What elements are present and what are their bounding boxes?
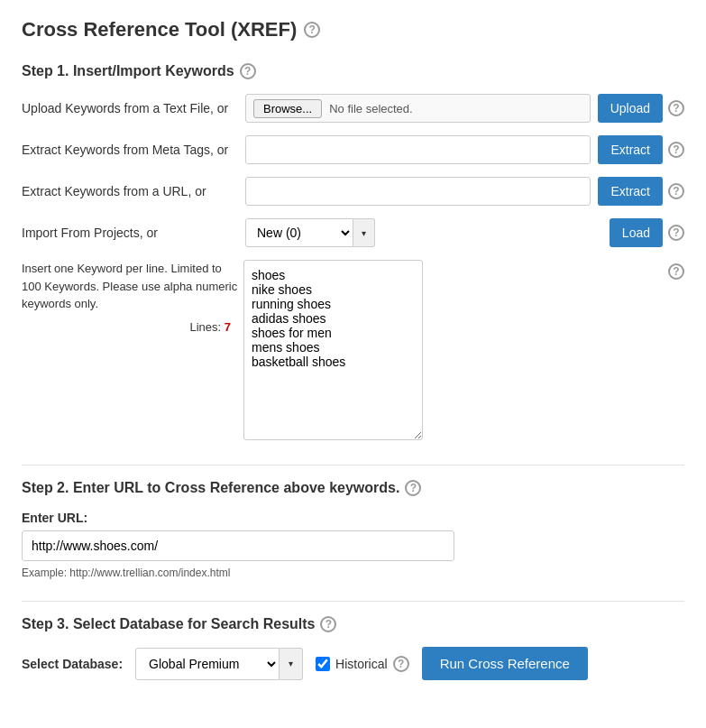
db-select[interactable]: Global Premium [135, 648, 280, 680]
url-extract-help-icon[interactable]: ? [668, 183, 684, 199]
upload-controls: Upload ? [598, 94, 684, 123]
keywords-help-icon[interactable]: ? [668, 263, 684, 280]
step2-title: Step 2. Enter URL to Cross Reference abo… [22, 480, 684, 496]
db-dropdown-arrow[interactable]: ▾ [280, 648, 303, 680]
lines-line: Lines: 7 [22, 320, 238, 334]
lines-label: Lines: [189, 320, 221, 334]
upload-row: Upload Keywords from a Text File, or Bro… [22, 94, 684, 123]
url-example: Example: http://www.trellian.com/index.h… [22, 567, 684, 579]
url-extract-input[interactable] [245, 177, 591, 206]
step2-help-icon[interactable]: ? [405, 480, 421, 496]
url-extract-label: Extract Keywords from a URL, or [22, 184, 238, 198]
url-input[interactable] [22, 530, 454, 561]
load-button[interactable]: Load [610, 218, 663, 247]
project-select[interactable]: New (0) [245, 218, 353, 247]
url-extract-button[interactable]: Extract [598, 177, 663, 206]
meta-input-wrapper [245, 135, 591, 164]
url-label: Enter URL: [22, 511, 684, 525]
upload-label: Upload Keywords from a Text File, or [22, 101, 238, 115]
step3-title: Step 3. Select Database for Search Resul… [22, 616, 684, 632]
browse-button[interactable]: Browse... [253, 99, 322, 118]
title-help-icon[interactable]: ? [304, 22, 320, 38]
historical-checkbox[interactable] [316, 657, 330, 671]
keywords-description: Insert one Keyword per line. Limited to … [22, 260, 238, 313]
url-extract-row: Extract Keywords from a URL, or Extract … [22, 177, 684, 206]
historical-help-icon[interactable]: ? [393, 656, 409, 672]
url-extract-input-wrapper [245, 177, 591, 206]
step1-help-icon[interactable]: ? [240, 63, 256, 79]
keywords-area: Insert one Keyword per line. Limited to … [22, 260, 684, 443]
step1-title: Step 1. Insert/Import Keywords ? [22, 63, 684, 79]
meta-row: Extract Keywords from Meta Tags, or Extr… [22, 135, 684, 164]
url-extract-controls: Extract ? [598, 177, 684, 206]
import-controls: Load ? [610, 218, 684, 247]
run-cross-reference-button[interactable]: Run Cross Reference [422, 647, 588, 680]
meta-controls: Extract ? [598, 135, 684, 164]
project-dropdown-arrow[interactable]: ▾ [353, 218, 375, 247]
meta-input[interactable] [245, 135, 591, 164]
db-label: Select Database: [22, 657, 123, 671]
historical-wrapper: Historical ? [316, 656, 409, 672]
step3-section: Step 3. Select Database for Search Resul… [22, 616, 684, 680]
step1-section: Step 1. Insert/Import Keywords ? Upload … [22, 63, 684, 443]
divider-2 [22, 601, 684, 602]
meta-label: Extract Keywords from Meta Tags, or [22, 143, 238, 157]
step2-section: Step 2. Enter URL to Cross Reference abo… [22, 480, 684, 579]
db-select-wrapper: Global Premium ▾ [135, 648, 303, 680]
keywords-textarea-wrapper [243, 260, 663, 443]
page-title: Cross Reference Tool (XREF) ? [22, 18, 684, 41]
project-select-wrapper: New (0) ▾ [245, 218, 602, 247]
db-row: Select Database: Global Premium ▾ Histor… [22, 647, 684, 680]
import-row: Import From Projects, or New (0) ▾ Load … [22, 218, 684, 247]
meta-help-icon[interactable]: ? [668, 142, 684, 158]
import-label: Import From Projects, or [22, 226, 238, 240]
lines-count: 7 [225, 320, 231, 334]
step3-help-icon[interactable]: ? [320, 616, 336, 632]
import-help-icon[interactable]: ? [668, 225, 684, 241]
historical-label: Historical [335, 657, 388, 671]
keywords-left: Insert one Keyword per line. Limited to … [22, 260, 238, 334]
meta-extract-button[interactable]: Extract [598, 135, 663, 164]
keywords-textarea[interactable] [243, 260, 423, 440]
divider-1 [22, 465, 684, 465]
file-name: No file selected. [329, 102, 413, 115]
upload-button[interactable]: Upload [598, 94, 663, 123]
upload-help-icon[interactable]: ? [668, 100, 684, 116]
file-input-wrapper: Browse... No file selected. [245, 94, 591, 123]
